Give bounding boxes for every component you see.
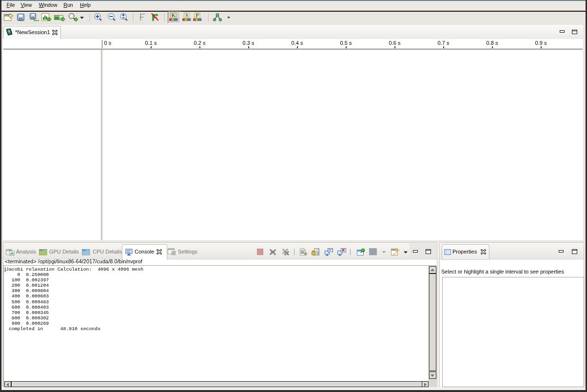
svg-text:K: K	[172, 13, 176, 18]
svg-text:P: P	[196, 13, 199, 18]
svg-text:S: S	[185, 13, 188, 18]
